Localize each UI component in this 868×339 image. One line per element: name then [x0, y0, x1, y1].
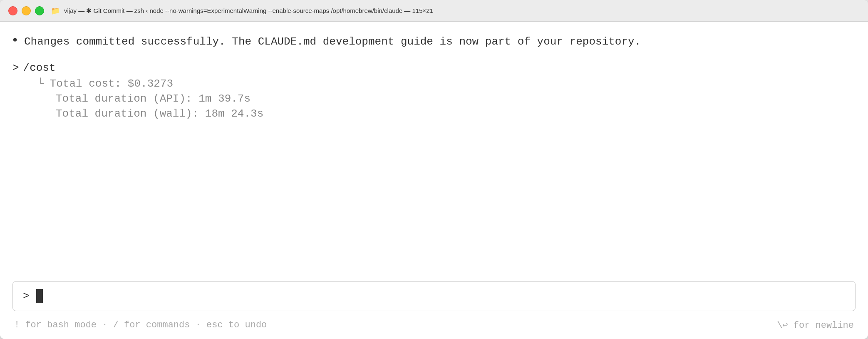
success-line: ● Changes committed successfully. The CL… [12, 34, 856, 49]
total-cost-row: └ Total cost: $0.3273 [37, 77, 856, 90]
output-section: ● Changes committed successfully. The CL… [12, 34, 856, 281]
title-bar: 📁 vijay — ✱ Git Commit — zsh ‹ node --no… [0, 0, 868, 22]
api-duration-label: Total duration (API): 1m 39.7s [56, 92, 250, 105]
cost-details: └ Total cost: $0.3273 Total duration (AP… [12, 77, 856, 120]
success-message: Changes committed successfully. The CLAU… [24, 34, 641, 49]
window-title: vijay — ✱ Git Commit — zsh ‹ node --no-w… [64, 7, 433, 15]
folder-icon: 📁 [51, 6, 60, 15]
input-box[interactable]: > [12, 281, 856, 311]
api-duration-row: Total duration (API): 1m 39.7s [56, 92, 856, 105]
corner-symbol: └ [37, 77, 44, 90]
terminal-window: 📁 vijay — ✱ Git Commit — zsh ‹ node --no… [0, 0, 868, 339]
wall-duration-label: Total duration (wall): 18m 24.3s [56, 107, 263, 120]
traffic-lights [8, 6, 44, 15]
total-cost-label: Total cost: $0.3273 [50, 77, 173, 90]
maximize-button[interactable] [35, 6, 44, 15]
input-prompt: > [23, 290, 30, 302]
cost-section: > /cost └ Total cost: $0.3273 Total dura… [12, 62, 856, 120]
content-area: ● Changes committed successfully. The CL… [0, 22, 868, 339]
close-button[interactable] [8, 6, 17, 15]
duration-rows: Total duration (API): 1m 39.7s Total dur… [37, 92, 856, 120]
hints-right: \↩ for newline [777, 319, 854, 331]
cost-command-text: /cost [23, 62, 56, 74]
cost-prompt: > [12, 62, 19, 74]
hints-left: ! for bash mode · / for commands · esc t… [14, 320, 267, 330]
bullet-point: ● [12, 35, 17, 45]
hint-bar: ! for bash mode · / for commands · esc t… [12, 319, 856, 331]
minimize-button[interactable] [22, 6, 31, 15]
cost-command-line: > /cost [12, 62, 856, 74]
cursor [36, 289, 43, 303]
wall-duration-row: Total duration (wall): 18m 24.3s [56, 107, 856, 120]
